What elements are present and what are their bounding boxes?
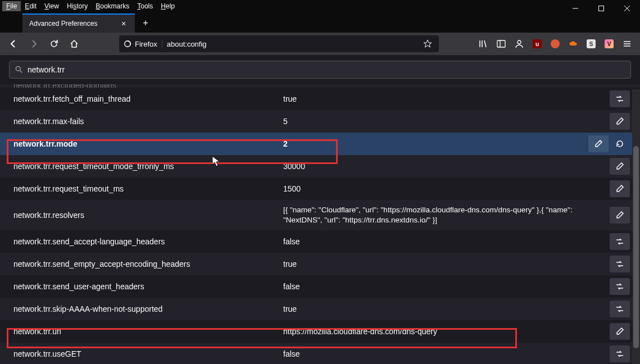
edit-button[interactable] (588, 135, 609, 152)
toggle-button[interactable] (610, 278, 630, 295)
urlbar[interactable]: Firefox about:config (119, 35, 439, 52)
pref-name: network.trr.fetch_off_main_thread (13, 94, 283, 103)
scrollbar-thumb[interactable] (633, 146, 639, 348)
pref-name: network.trr.request_timeout_mode_trronly… (13, 162, 283, 171)
pref-name: network.trr.max-fails (13, 117, 283, 126)
menu-file[interactable]: File (2, 1, 21, 11)
library-button[interactable] (475, 35, 492, 52)
extension-s-icon[interactable]: S (583, 35, 600, 52)
edit-button[interactable] (610, 207, 630, 224)
firefox-logo-icon (124, 40, 131, 48)
pref-name: network.trr.send_empty_accept-encoding_h… (13, 260, 283, 269)
pref-name: network.trr.request_timeout_ms (13, 184, 283, 193)
tab-title: Advanced Preferences (29, 20, 119, 28)
extension-ublock-icon[interactable]: u (529, 35, 546, 52)
pref-row[interactable]: network.trr.mode2 (0, 133, 640, 155)
urlbar-identity[interactable]: Firefox (124, 40, 162, 48)
menu-history[interactable]: History (63, 1, 92, 11)
new-tab-button[interactable]: + (137, 15, 154, 31)
menu-bookmarks[interactable]: Bookmarks (92, 1, 133, 11)
pref-name: network.trr.mode (13, 139, 283, 148)
menu-tools[interactable]: Tools (133, 1, 157, 11)
menu-view[interactable]: View (40, 1, 63, 11)
pref-row[interactable]: network.trr.request_timeout_ms1500 (0, 178, 640, 200)
pref-value: false (283, 237, 610, 246)
pref-value: [{ "name": "Cloudflare", "url": "https:/… (283, 205, 610, 225)
urlbar-text[interactable]: about:config (167, 40, 421, 48)
pref-value: true (283, 94, 610, 103)
window-close-button[interactable] (614, 0, 640, 17)
toggle-button[interactable] (610, 256, 630, 272)
extension-duckduckgo-icon[interactable] (547, 35, 564, 52)
back-button[interactable] (4, 35, 22, 53)
pref-row[interactable]: network.trr.useGETfalse (0, 343, 640, 364)
navbar: Firefox about:config u S V (0, 33, 640, 55)
pref-value: 1500 (283, 184, 610, 193)
tab-advanced-preferences[interactable]: Advanced Preferences × (22, 13, 135, 33)
bookmark-star-button[interactable] (421, 39, 434, 48)
pref-row[interactable]: network.trr.send_user-agent_headersfalse (0, 275, 640, 298)
pref-name: network.trr.resolvers (13, 211, 283, 220)
reset-button[interactable] (610, 135, 630, 152)
window-minimize-button[interactable] (562, 0, 588, 17)
sidebar-button[interactable] (493, 35, 510, 52)
pref-row[interactable]: network.trr.send_accept-language_headers… (0, 230, 640, 253)
pref-name: network.trr.skip-AAAA-when-not-supported (13, 304, 283, 313)
pref-value: true (283, 304, 610, 313)
svg-point-5 (16, 66, 20, 71)
search-input[interactable]: network.trr (9, 61, 631, 79)
pref-row[interactable]: network.trr.skip-AAAA-when-not-supported… (0, 298, 640, 320)
pref-value: 5 (283, 117, 610, 126)
menubar: File Edit View History Bookmarks Tools H… (0, 0, 640, 12)
window-controls (562, 0, 640, 17)
pref-name: network.trr.send_user-agent_headers (13, 282, 283, 291)
pref-value: 30000 (283, 162, 610, 171)
search-row: network.trr (0, 55, 640, 84)
svg-rect-0 (599, 6, 604, 11)
pref-row[interactable]: network.trr.fetch_off_main_threadtrue (0, 88, 640, 110)
toggle-button[interactable] (610, 233, 630, 250)
pref-value: false (283, 349, 610, 358)
pref-name: network.trr.send_accept-language_headers (13, 237, 283, 246)
tabbar: Advanced Preferences × + (0, 12, 640, 33)
toggle-button[interactable] (610, 90, 630, 107)
extension-v-icon[interactable]: V (601, 35, 618, 52)
menu-help[interactable]: Help (157, 1, 179, 11)
pref-row[interactable]: network.trr.resolvers[{ "name": "Cloudfl… (0, 200, 640, 230)
pref-value: true (283, 260, 610, 269)
toolbar-icons: u S V (475, 35, 636, 52)
window-maximize-button[interactable] (588, 0, 614, 17)
pref-name: network.trr.useGET (13, 349, 283, 358)
svg-point-4 (518, 40, 521, 44)
pref-name: network.trr.uri (13, 327, 283, 336)
search-icon (15, 66, 23, 74)
content-area: network.trr network.trr.excluded-domains… (0, 55, 640, 364)
pref-row[interactable]: network.trr.urihttps://mozilla.cloudflar… (0, 320, 640, 343)
pref-row[interactable]: network.trr.request_timeout_mode_trronly… (0, 155, 640, 178)
account-button[interactable] (511, 35, 528, 52)
tab-close-button[interactable]: × (119, 19, 128, 28)
edit-button[interactable] (610, 158, 630, 175)
pref-value: https://mozilla.cloudflare-dns.com/dns-q… (283, 327, 610, 336)
extension-cloud-icon[interactable] (565, 35, 582, 52)
toggle-button[interactable] (610, 301, 630, 317)
pref-row[interactable]: network.trr.max-fails5 (0, 110, 640, 133)
edit-button[interactable] (610, 323, 630, 340)
pref-value: false (283, 282, 610, 291)
toggle-button[interactable] (610, 345, 630, 362)
pref-row[interactable]: network.trr.send_empty_accept-encoding_h… (0, 253, 640, 275)
menu-edit[interactable]: Edit (21, 1, 40, 11)
reload-button[interactable] (45, 35, 63, 53)
pref-value: 2 (283, 139, 588, 148)
forward-button (25, 35, 43, 53)
urlbar-identity-label: Firefox (135, 40, 157, 48)
home-button[interactable] (65, 35, 83, 53)
edit-button[interactable] (610, 113, 630, 130)
app-menu-button[interactable] (619, 35, 636, 52)
svg-rect-2 (497, 40, 505, 47)
prefs-list: network.trr.excluded-domains network.trr… (0, 84, 640, 364)
edit-button[interactable] (610, 180, 630, 197)
search-text: network.trr (28, 65, 625, 74)
